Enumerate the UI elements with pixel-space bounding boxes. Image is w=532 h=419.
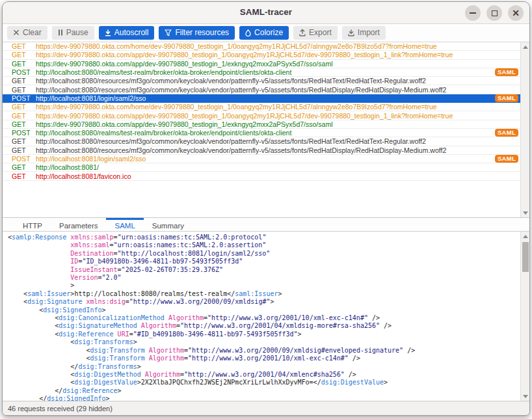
button-label: Import <box>358 28 380 37</box>
close-button[interactable]: ✕ <box>508 5 524 21</box>
button-label: Colorize <box>254 28 283 37</box>
xml-line: IssueInstant="2025-02-26T07:35:29.376Z" <box>8 266 520 274</box>
request-url: http://localhost:8081/ <box>36 163 520 171</box>
xml-line: </dsig:SignedInfo> <box>8 395 520 401</box>
xml-line: <dsig:Transforms> <box>8 338 520 346</box>
request-row[interactable]: GEThttp://localhost:8080/resources/mf3go… <box>3 146 520 155</box>
pause-button[interactable]: Pause <box>52 26 94 40</box>
autoscroll-button[interactable]: Autoscroll <box>99 26 155 40</box>
saml-tracer-window: SAML-tracer ✕ ClearPauseAutoscrollFilter… <box>2 1 530 416</box>
tab-summary[interactable]: Summary <box>144 218 193 231</box>
scroll-up-arrow-icon[interactable] <box>521 42 530 51</box>
request-url: https://dev-99079880.okta.com/app/dev-99… <box>36 51 520 59</box>
button-label: Clear <box>23 28 42 37</box>
request-row[interactable]: POSThttp://localhost:8081/login/saml2/ss… <box>3 155 520 163</box>
request-method: GET <box>3 120 36 128</box>
statusbar: 46 requests received (29 hidden) <box>3 401 529 415</box>
titlebar[interactable]: SAML-tracer ✕ <box>3 2 529 24</box>
saml-xml-view: <samlp:Response xmlns:samlp="urn:oasis:n… <box>3 232 520 401</box>
request-method: GET <box>3 103 36 111</box>
request-list-scrollbar[interactable] <box>520 42 529 217</box>
maximize-button[interactable] <box>486 5 502 21</box>
request-url: http://localhost:8080/resources/mf3go/co… <box>36 137 520 145</box>
scroll-down-arrow-icon[interactable] <box>521 208 530 217</box>
saml-detail-panel: <samlp:Response xmlns:samlp="urn:oasis:n… <box>3 232 529 401</box>
request-row[interactable]: POSThttp://localhost:8081/login/saml2/ss… <box>3 94 520 103</box>
maximize-icon <box>492 10 498 16</box>
request-method: GET <box>3 77 36 85</box>
clear-button[interactable]: Clear <box>7 26 47 40</box>
request-url: https://dev-99079880.okta.com/app/dev-99… <box>36 120 520 128</box>
request-method: GET <box>3 146 36 154</box>
colorize-button[interactable]: Colorize <box>239 26 289 40</box>
status-text: 46 requests received (29 hidden) <box>8 405 113 412</box>
request-row[interactable]: POSThttp://localhost:8080/realms/test-re… <box>3 68 520 77</box>
xml-line: Version="2.0" <box>8 274 520 282</box>
request-row[interactable]: GEThttps://dev-99079880.okta.com/app/dev… <box>3 51 520 59</box>
scrollbar-thumb[interactable] <box>522 242 529 272</box>
xml-line: <dsig:Transform Algorithm="http://www.w3… <box>8 347 520 355</box>
saml-badge: SAML <box>495 68 518 77</box>
request-url: http://localhost:8080/resources/mf3go/co… <box>36 146 520 154</box>
request-url: https://dev-99079880.okta.com/app/dev-99… <box>36 112 520 120</box>
scroll-down-arrow-icon[interactable] <box>521 392 529 401</box>
minimize-button[interactable] <box>465 5 481 21</box>
xml-line: <dsig:Transform Algorithm="http://www.w3… <box>8 355 520 362</box>
request-url: https://dev-99079880.okta.com/app/dev-99… <box>36 60 520 68</box>
request-method: GET <box>3 163 36 171</box>
request-row[interactable]: GEThttps://dev-99079880.okta.com/home/de… <box>3 42 520 51</box>
request-row[interactable]: GEThttps://dev-99079880.okta.com/app/dev… <box>3 111 520 120</box>
request-row[interactable]: GEThttps://dev-99079880.okta.com/app/dev… <box>3 120 520 129</box>
request-url: http://localhost:8080/resources/mf3go/co… <box>36 77 520 85</box>
saml-badge: SAML <box>495 94 518 103</box>
xml-line: <dsig:CanonicalizationMethod Algorithm="… <box>8 314 520 322</box>
request-method: POST <box>3 155 36 163</box>
request-row[interactable]: GEThttps://dev-99079880.okta.com/app/dev… <box>3 60 520 68</box>
tab-http[interactable]: HTTP <box>14 218 51 231</box>
saml-badge: SAML <box>495 129 518 137</box>
request-row[interactable]: GEThttps://dev-99079880.okta.com/home/de… <box>3 103 520 111</box>
xml-line: > <box>8 282 520 290</box>
tab-saml[interactable]: SAML <box>106 218 143 231</box>
pause-icon <box>58 29 63 36</box>
export-button[interactable]: Export <box>293 26 338 40</box>
request-row[interactable]: GEThttp://localhost:8081/ <box>3 163 520 172</box>
request-row[interactable]: GEThttp://localhost:8080/resources/mf3go… <box>3 85 520 94</box>
request-row[interactable]: POSThttp://localhost:8080/realms/test-re… <box>3 129 520 137</box>
import-button[interactable]: Import <box>342 26 386 40</box>
autoscroll-icon <box>105 29 111 36</box>
detail-scrollbar[interactable] <box>520 232 529 401</box>
xml-line: </dsig:Reference> <box>8 387 520 395</box>
request-url: https://dev-99079880.okta.com/home/dev-9… <box>36 42 520 50</box>
clear-icon <box>13 29 20 36</box>
tab-parameters[interactable]: Parameters <box>51 218 106 231</box>
xml-line: <dsig:SignedInfo> <box>8 306 520 314</box>
close-icon: ✕ <box>512 8 520 18</box>
request-url: https://dev-99079880.okta.com/home/dev-9… <box>36 103 520 111</box>
request-list-panel: GEThttps://dev-99079880.okta.com/home/de… <box>3 42 529 218</box>
filter-resources-button[interactable]: Filter resources <box>159 26 235 40</box>
import-icon <box>348 29 354 36</box>
xml-line: <dsig:DigestValue>2X2XlbaJPQChxfh2JWSEj2… <box>8 379 520 386</box>
xml-line: <dsig:SignatureMethod Algorithm="http://… <box>8 322 520 330</box>
button-label: Autoscroll <box>114 28 149 37</box>
request-method: GET <box>3 172 36 180</box>
scroll-up-arrow-icon[interactable] <box>521 232 529 241</box>
request-row[interactable]: GEThttp://localhost:8081/favicon.ico <box>3 172 520 180</box>
toolbar: ClearPauseAutoscrollFilter resourcesColo… <box>3 24 529 42</box>
request-url: http://localhost:8081/login/saml2/sso <box>36 94 520 102</box>
request-row[interactable]: GEThttp://localhost:8080/resources/mf3go… <box>3 77 520 85</box>
request-method: GET <box>3 86 36 94</box>
request-url: http://localhost:8080/realms/test-realm/… <box>36 129 520 137</box>
detail-tabs: HTTPParametersSAMLSummary <box>3 218 529 232</box>
filter-icon <box>165 29 172 36</box>
request-row[interactable]: GEThttp://localhost:8080/resources/mf3go… <box>3 137 520 146</box>
saml-badge: SAML <box>495 155 518 163</box>
request-method: GET <box>3 42 36 50</box>
button-label: Export <box>309 28 332 37</box>
xml-line: ID="ID_b409180b-3496-4811-bb97-5493f505f… <box>8 258 520 265</box>
request-url: http://localhost:8080/resources/mf3go/co… <box>36 86 520 94</box>
minimize-icon <box>470 12 476 14</box>
request-method: GET <box>3 51 36 59</box>
xml-line: <dsig:Signature xmlns:dsig="http://www.w… <box>8 298 520 306</box>
